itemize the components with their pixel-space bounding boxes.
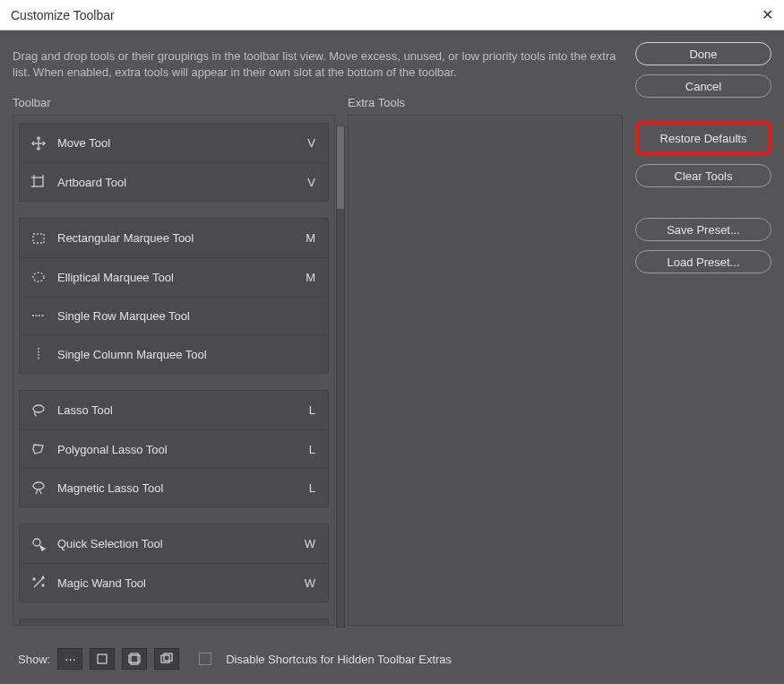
disable-shortcuts-checkbox[interactable]: [199, 653, 211, 665]
bottom-bar: Show: ⋯ Disable Shortcuts for Hidden Too…: [13, 643, 771, 675]
tool-row-lasso[interactable]: Lasso ToolL: [20, 391, 328, 429]
artboard-icon: [29, 172, 48, 192]
dialog-content: Drag and drop tools or their groupings i…: [0, 30, 784, 684]
show-option3-button[interactable]: [122, 648, 147, 670]
tool-row-col-marq[interactable]: Single Column Marquee Tool: [20, 334, 328, 373]
svg-point-17: [42, 584, 44, 586]
tool-shortcut: M: [303, 231, 315, 245]
tool-group[interactable]: Lasso ToolLPolygonal Lasso ToolLMagnetic…: [19, 390, 329, 507]
poly-lasso-icon: [29, 439, 48, 459]
tool-label: Rectangular Marquee Tool: [57, 231, 303, 245]
instructions-text: Drag and drop tools or their groupings i…: [13, 48, 622, 80]
scroll-thumb[interactable]: [337, 126, 344, 209]
svg-rect-18: [98, 654, 107, 663]
show-option4-button[interactable]: [154, 648, 179, 670]
svg-marker-12: [33, 445, 43, 454]
move-icon: [29, 134, 48, 153]
window-title: Customize Toolbar: [11, 8, 746, 22]
tool-row-row-marq[interactable]: Single Row Marquee Tool: [20, 296, 328, 334]
tool-label: Magnetic Lasso Tool: [57, 481, 303, 495]
show-label: Show:: [18, 653, 50, 666]
tool-shortcut: L: [303, 481, 315, 495]
show-menu-button[interactable]: ⋯: [57, 648, 82, 670]
done-button[interactable]: Done: [635, 42, 771, 65]
clear-tools-button[interactable]: Clear Tools: [635, 164, 771, 187]
svg-rect-22: [164, 654, 172, 661]
lasso-icon: [29, 401, 48, 420]
cancel-button[interactable]: Cancel: [635, 74, 771, 98]
svg-point-8: [33, 273, 44, 281]
titlebar: Customize Toolbar ✕: [0, 0, 784, 30]
tool-label: Single Column Marquee Tool: [57, 348, 303, 361]
tool-group[interactable]: Move ToolVArtboard ToolV: [19, 123, 329, 202]
load-preset-button[interactable]: Load Preset...: [635, 250, 771, 273]
svg-rect-2: [34, 177, 43, 186]
toolbar-header: Toolbar: [13, 96, 335, 109]
tool-group[interactable]: Quick Selection ToolWMagic Wand ToolW: [19, 524, 329, 602]
action-buttons: Done Cancel Restore Defaults Clear Tools…: [635, 42, 771, 637]
tool-row-artboard[interactable]: Artboard ToolV: [20, 162, 328, 201]
tool-shortcut: V: [303, 136, 315, 150]
svg-rect-21: [161, 655, 169, 662]
tool-shortcut: W: [303, 537, 315, 550]
extra-header: Extra Tools: [348, 96, 623, 109]
tool-label: Lasso Tool: [57, 403, 303, 417]
svg-point-11: [33, 405, 44, 412]
svg-point-14: [33, 539, 40, 546]
tool-row-ell-marq[interactable]: Elliptical Marquee ToolM: [20, 257, 328, 296]
tool-group[interactable]: Rectangular Marquee ToolMElliptical Marq…: [19, 218, 329, 374]
tool-shortcut: V: [303, 176, 315, 189]
extra-list[interactable]: [348, 115, 623, 626]
tool-shortcut: L: [303, 403, 315, 417]
tool-row-wand[interactable]: Magic Wand ToolW: [20, 563, 328, 602]
tool-label: Single Row Marquee Tool: [57, 309, 303, 323]
restore-defaults-button[interactable]: Restore Defaults: [635, 121, 771, 155]
tool-row-move[interactable]: Move ToolV: [20, 124, 328, 162]
svg-point-13: [33, 482, 44, 489]
tool-label: Polygonal Lasso Tool: [57, 443, 303, 456]
wand-icon: [29, 573, 48, 593]
save-preset-button[interactable]: Save Preset...: [635, 218, 771, 241]
disable-shortcuts-label: Disable Shortcuts for Hidden Toolbar Ext…: [226, 653, 452, 666]
close-icon[interactable]: ✕: [746, 6, 773, 23]
tool-shortcut: L: [303, 443, 315, 456]
tool-group[interactable]: Crop ToolC: [19, 619, 329, 626]
tool-label: Magic Wand Tool: [57, 576, 303, 590]
mag-lasso-icon: [29, 478, 48, 498]
svg-point-16: [33, 578, 35, 580]
scrollbar[interactable]: [336, 126, 345, 628]
svg-rect-7: [33, 234, 44, 243]
tool-row-quick-sel[interactable]: Quick Selection ToolW: [20, 524, 328, 563]
tool-row-poly-lasso[interactable]: Polygonal Lasso ToolL: [20, 429, 328, 468]
tool-row-crop[interactable]: Crop ToolC: [20, 619, 328, 626]
tool-label: Quick Selection Tool: [57, 537, 303, 550]
tool-row-rect-marq[interactable]: Rectangular Marquee ToolM: [20, 219, 328, 257]
quick-sel-icon: [29, 534, 48, 554]
tool-shortcut: M: [303, 271, 315, 284]
rect-marq-icon: [29, 229, 48, 248]
row-marq-icon: [29, 306, 48, 325]
col-marq-icon: [29, 344, 48, 364]
tool-label: Move Tool: [57, 136, 303, 150]
toolbar-list[interactable]: Move ToolVArtboard ToolVRectangular Marq…: [13, 115, 335, 626]
tool-label: Elliptical Marquee Tool: [57, 271, 303, 284]
tool-row-mag-lasso[interactable]: Magnetic Lasso ToolL: [20, 468, 328, 507]
show-option2-button[interactable]: [90, 648, 115, 670]
tool-shortcut: W: [303, 576, 315, 590]
ell-marq-icon: [29, 267, 48, 287]
tool-label: Artboard Tool: [57, 176, 303, 189]
